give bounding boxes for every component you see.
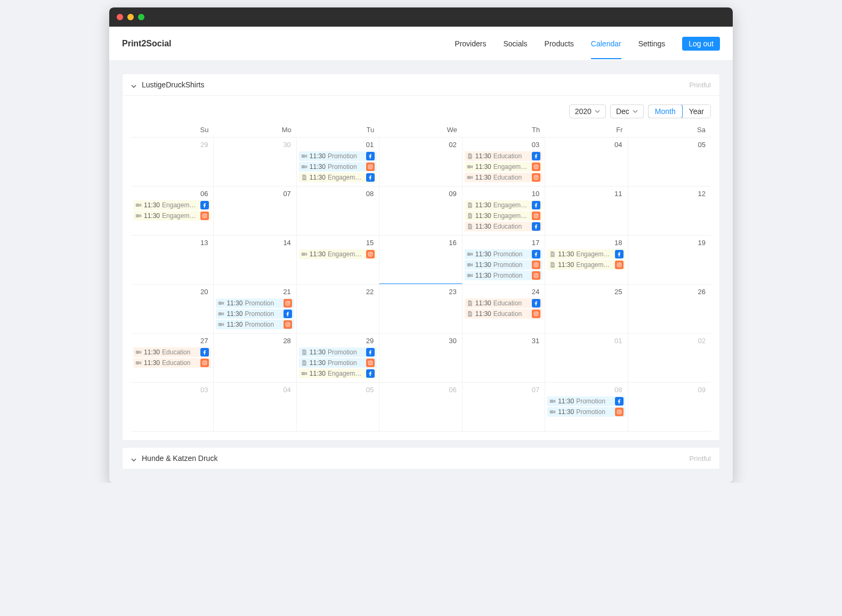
minimize-window-icon[interactable] bbox=[127, 14, 134, 20]
calendar-event[interactable]: 11:30Promotion bbox=[216, 320, 294, 329]
calendar-cell[interactable]: 25 bbox=[545, 285, 628, 334]
calendar-event[interactable]: 11:30Promotion bbox=[547, 396, 625, 406]
calendar-cell[interactable]: 07 bbox=[463, 383, 545, 432]
calendar-cell[interactable]: 08 bbox=[297, 187, 379, 236]
calendar-event[interactable]: 11:30Engagem… bbox=[299, 249, 377, 259]
calendar-event[interactable]: 11:30Education bbox=[133, 358, 211, 368]
calendar-cell[interactable]: 05 bbox=[297, 383, 379, 432]
panel-header[interactable]: LustigeDruckShirts Printful bbox=[123, 74, 719, 96]
calendar-cell[interactable]: 11 bbox=[545, 187, 628, 236]
svg-rect-7 bbox=[468, 156, 471, 156]
year-select[interactable]: 2020 bbox=[569, 104, 606, 118]
calendar-event[interactable]: 11:30Promotion bbox=[465, 249, 543, 259]
calendar-event[interactable]: 11:30Education bbox=[133, 347, 211, 357]
calendar-cell[interactable]: 31 bbox=[463, 334, 545, 383]
calendar-cell[interactable]: 0811:30Promotion11:30Promotion bbox=[545, 383, 628, 432]
calendar-cell[interactable]: 13 bbox=[131, 236, 214, 285]
maximize-window-icon[interactable] bbox=[138, 14, 144, 20]
nav-settings[interactable]: Settings bbox=[638, 39, 666, 48]
calendar-cell[interactable]: 1011:30Engagem…11:30Engagem…11:30Educati… bbox=[463, 187, 545, 236]
calendar-event[interactable]: 11:30Education bbox=[465, 173, 543, 182]
calendar-cell[interactable]: 02 bbox=[628, 334, 711, 383]
nav-providers[interactable]: Providers bbox=[455, 39, 486, 48]
calendar-cell[interactable]: 14 bbox=[214, 236, 296, 285]
calendar-cell[interactable]: 01 bbox=[545, 334, 628, 383]
calendar-cell[interactable]: 07 bbox=[214, 187, 296, 236]
calendar-cell[interactable]: 05 bbox=[628, 137, 711, 187]
calendar-cell[interactable]: 1811:30Engagem…11:30Engagem… bbox=[545, 236, 628, 285]
document-icon bbox=[467, 311, 473, 317]
calendar-cell[interactable]: 03 bbox=[131, 383, 214, 432]
calendar-cell[interactable]: 09 bbox=[628, 383, 711, 432]
close-window-icon[interactable] bbox=[117, 14, 123, 20]
calendar-event[interactable]: 11:30Promotion bbox=[216, 298, 294, 308]
calendar-cell[interactable]: 22 bbox=[297, 285, 379, 334]
calendar-event[interactable]: 11:30Promotion bbox=[299, 358, 377, 368]
event-label: Education bbox=[162, 359, 198, 367]
calendar-event[interactable]: 11:30Promotion bbox=[299, 347, 377, 357]
facebook-icon bbox=[615, 250, 624, 258]
calendar-cell[interactable]: 2411:30Education11:30Education bbox=[463, 285, 545, 334]
calendar-event[interactable]: 11:30Engagem… bbox=[465, 200, 543, 210]
calendar-cell[interactable]: 30 bbox=[379, 334, 462, 383]
calendar-event[interactable]: 11:30Engagem… bbox=[299, 173, 377, 182]
calendar-cell[interactable]: 1511:30Engagem… bbox=[297, 236, 379, 285]
calendar-event[interactable]: 11:30Engagem… bbox=[465, 162, 543, 172]
calendar-cell[interactable]: 04 bbox=[214, 383, 296, 432]
calendar-cell[interactable]: 1711:30Promotion11:30Promotion11:30Promo… bbox=[463, 236, 545, 285]
calendar-event[interactable]: 11:30Engagem… bbox=[299, 369, 377, 378]
nav-calendar[interactable]: Calendar bbox=[591, 39, 621, 48]
calendar-event[interactable]: 11:30Promotion bbox=[465, 271, 543, 280]
calendar-cell[interactable]: 29 bbox=[131, 137, 214, 187]
calendar-cell[interactable]: 04 bbox=[545, 137, 628, 187]
calendar-cell[interactable]: 0311:30Education11:30Engagem…11:30Educat… bbox=[463, 137, 545, 187]
day-number: 23 bbox=[449, 288, 456, 296]
calendar-event[interactable]: 11:30Education bbox=[465, 298, 543, 308]
calendar-cell[interactable]: 2911:30Promotion11:30Promotion11:30Engag… bbox=[297, 334, 379, 383]
calendar-event[interactable]: 11:30Education bbox=[465, 309, 543, 319]
event-time: 11:30 bbox=[310, 250, 326, 258]
calendar-cell[interactable]: 09 bbox=[379, 187, 462, 236]
calendar-cell[interactable]: 19 bbox=[628, 236, 711, 285]
event-time: 11:30 bbox=[475, 163, 491, 171]
calendar-cell[interactable]: 28 bbox=[214, 334, 296, 383]
calendar-cell[interactable]: 26 bbox=[628, 285, 711, 334]
calendar-cell[interactable]: 02 bbox=[379, 137, 462, 187]
calendar-event[interactable]: 11:30Promotion bbox=[216, 309, 294, 319]
calendar-cell[interactable]: 16 bbox=[379, 236, 462, 285]
calendar-event[interactable]: 11:30Education bbox=[465, 151, 543, 161]
calendar-event[interactable]: 11:30Engagem… bbox=[465, 211, 543, 221]
nav-products[interactable]: Products bbox=[545, 39, 574, 48]
nav-socials[interactable]: Socials bbox=[503, 39, 527, 48]
calendar-event[interactable]: 11:30Engagem… bbox=[547, 249, 625, 259]
video-icon bbox=[301, 370, 307, 377]
calendar-cell[interactable]: 12 bbox=[628, 187, 711, 236]
calendar-event[interactable]: 11:30Promotion bbox=[547, 407, 625, 417]
calendar-event[interactable]: 11:30Engagem… bbox=[547, 260, 625, 270]
event-label: Promotion bbox=[493, 272, 530, 279]
calendar-event[interactable]: 11:30Promotion bbox=[299, 162, 377, 172]
calendar-cell[interactable]: 2711:30Education11:30Education bbox=[131, 334, 214, 383]
calendar-cell[interactable]: 0111:30Promotion11:30Promotion11:30Engag… bbox=[297, 137, 379, 187]
calendar-event[interactable]: 11:30Education bbox=[465, 222, 543, 231]
day-number: 06 bbox=[449, 386, 456, 394]
calendar-cell[interactable]: 0611:30Engagem…11:30Engagem… bbox=[131, 187, 214, 236]
logout-button[interactable]: Log out bbox=[682, 37, 720, 51]
calendar-cell[interactable]: 2111:30Promotion11:30Promotion11:30Promo… bbox=[214, 285, 296, 334]
calendar-cell[interactable]: 23 bbox=[379, 285, 462, 334]
panel-header[interactable]: Hunde & Katzen Druck Printful bbox=[123, 448, 719, 469]
instagram-icon bbox=[532, 212, 540, 220]
calendar-event[interactable]: 11:30Promotion bbox=[299, 151, 377, 161]
calendar-cell[interactable]: 20 bbox=[131, 285, 214, 334]
calendar-event[interactable]: 11:30Promotion bbox=[465, 260, 543, 270]
calendar-event[interactable]: 11:30Engagem… bbox=[133, 200, 211, 210]
view-year-button[interactable]: Year bbox=[682, 105, 710, 118]
day-number: 12 bbox=[698, 190, 706, 198]
calendar-cell[interactable]: 06 bbox=[379, 383, 462, 432]
day-number: 08 bbox=[366, 190, 374, 198]
calendar-cell[interactable]: 30 bbox=[214, 137, 296, 187]
svg-point-59 bbox=[289, 323, 289, 323]
month-select[interactable]: Dec bbox=[610, 104, 644, 118]
view-month-button[interactable]: Month bbox=[648, 104, 683, 118]
calendar-event[interactable]: 11:30Engagem… bbox=[133, 211, 211, 221]
